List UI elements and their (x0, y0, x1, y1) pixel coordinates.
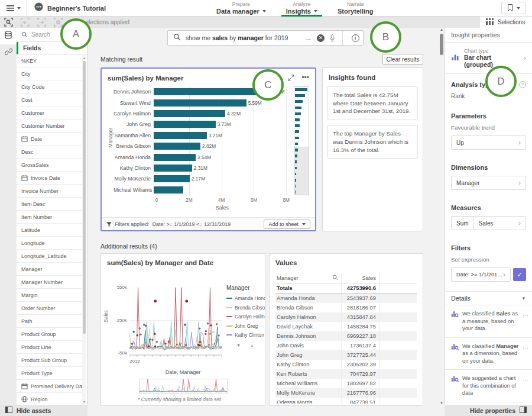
scroll-down-icon[interactable]: ▼ (82, 399, 86, 404)
table-row[interactable]: Kathy Clinton2305202.39 (275, 360, 417, 369)
step-back-button[interactable] (17, 17, 33, 28)
bar-row[interactable]: John Greg3.73M (113, 119, 288, 130)
field-item-product-group[interactable]: Product Group (17, 328, 83, 341)
insight-narrative-item[interactable]: The total Sales is 42.75M where Date bet… (327, 86, 418, 120)
manager-cell[interactable]: Carolyn Halmon (275, 312, 342, 322)
line-chart-card[interactable]: sum(Sales) by Manager and Date Sales 550… (100, 253, 265, 406)
manager-cell[interactable]: Brenda Gibson (275, 303, 342, 312)
hide-properties-button[interactable]: Hide properties (445, 405, 532, 416)
expand-icon[interactable] (288, 73, 294, 83)
table-row[interactable]: Brenda Gibson2818186.07 (275, 303, 417, 312)
manager-cell[interactable]: Dennis Johnson (275, 331, 342, 341)
field-item-desc[interactable]: Desc (17, 146, 83, 159)
chart-mini-navigator[interactable] (294, 86, 309, 195)
more-options-icon[interactable]: ••• (301, 76, 309, 80)
legend-item[interactable]: Amanda Honda (226, 295, 264, 301)
main-scrollbar[interactable]: ▲ ▼ (439, 28, 444, 405)
bar[interactable] (154, 88, 269, 95)
table-row[interactable]: David Laychak1458284.75 (275, 322, 417, 331)
field-item-customer-number[interactable]: Customer Number (17, 120, 83, 133)
more-options-icon[interactable]: … (523, 310, 528, 318)
manager-column-header[interactable]: Manager (275, 273, 342, 283)
field-item-region[interactable]: Region (17, 393, 83, 405)
scroll-down-icon[interactable]: ▼ (439, 401, 444, 405)
search-input[interactable]: show me sales by manager for 2019 (186, 34, 300, 41)
table-row[interactable]: John Greg3727725.44 (275, 350, 417, 360)
field-item-product-line[interactable]: Product Line (17, 341, 83, 354)
field-item-manager[interactable]: Manager (17, 263, 83, 276)
bar[interactable] (154, 132, 207, 139)
table-row[interactable]: Odessa Morris847738.51 (275, 398, 417, 404)
line-chart-mini-navigator[interactable] (139, 379, 228, 394)
bookmark-button[interactable] (501, 2, 526, 14)
filter-select[interactable]: Date: >= 1/1/2019 <= 12/31... › (451, 267, 511, 282)
nav-tab-insights[interactable]: AnalyzeInsights (284, 0, 320, 17)
bar[interactable] (154, 143, 200, 150)
clear-query-button[interactable]: ✕ (317, 34, 325, 42)
bar-row[interactable]: Kathy Clinton2.31M (113, 163, 288, 173)
selections-panel-toggle[interactable]: Selections (480, 17, 532, 28)
smart-search-button[interactable] (0, 17, 17, 28)
more-options-icon[interactable]: … (523, 343, 528, 351)
scroll-up-icon[interactable]: ▲ (250, 343, 254, 347)
manager-cell[interactable]: David Laychak (275, 322, 342, 331)
bar[interactable] (154, 110, 225, 117)
details-header[interactable]: Details ▼ (445, 291, 532, 305)
legend-item[interactable]: Carolyn Halmon (226, 314, 264, 320)
table-row[interactable]: Molly McKenzie2167776.96 (275, 388, 417, 398)
manager-cell[interactable]: Micheal Williams (275, 379, 342, 388)
manager-cell[interactable]: Amanda Honda (275, 294, 342, 303)
microphone-icon[interactable] (329, 34, 335, 42)
manager-cell[interactable]: Odessa Morris (275, 398, 342, 404)
hide-assets-button[interactable]: Hide assets (0, 405, 87, 416)
values-table-card[interactable]: Values Manager Sales Totals 42753990.6 A… (269, 253, 423, 406)
manager-cell[interactable]: Ken Roberts (275, 369, 342, 379)
field-item-manager-number[interactable]: Manager Number (17, 276, 83, 289)
scrollbar-thumb[interactable] (83, 61, 86, 334)
scroll-down-icon[interactable]: ▼ (236, 343, 241, 347)
manager-cell[interactable]: John Greg (275, 350, 342, 360)
field-item--key[interactable]: %KEY (17, 54, 83, 67)
manager-cell[interactable]: John Davis (275, 341, 342, 350)
fields-rail-button[interactable] (0, 28, 17, 44)
table-row[interactable]: Micheal Williams1802697.82 (275, 379, 417, 388)
apply-filter-button[interactable]: ✓ (513, 268, 526, 281)
bar-row[interactable]: Amanda Honda2.54M (113, 151, 288, 162)
sales-column-header[interactable]: Sales (342, 273, 380, 283)
bar[interactable] (154, 99, 246, 107)
scroll-up-icon[interactable]: ▲ (439, 28, 444, 31)
manager-cell[interactable]: Molly McKenzie (275, 388, 342, 398)
field-item-longitude[interactable]: Longitude (17, 237, 83, 250)
bar-row[interactable]: Micheal Williams (113, 185, 288, 195)
field-item-longitude-latitude[interactable]: Longitude_Latitude (17, 250, 83, 263)
nav-tab-data-manager[interactable]: PrepareData manager (214, 0, 268, 17)
field-item-invoice-number[interactable]: Invoice Number (17, 185, 83, 198)
bar[interactable] (154, 121, 216, 128)
bar-row[interactable]: Brenda Gibson2.82M (113, 141, 288, 151)
legend-item[interactable]: John Greg (226, 323, 264, 329)
help-icon[interactable]: ? (519, 81, 526, 88)
legend-item[interactable]: Kathy Clinton (226, 332, 264, 338)
table-row[interactable]: Ken Roberts704729.97 (275, 369, 417, 379)
manager-cell[interactable]: Kathy Clinton (275, 360, 342, 369)
favourable-trend-select[interactable]: Up › (451, 136, 526, 150)
field-item-promised-delivery-date[interactable]: Promised Delivery Date (17, 380, 83, 393)
bar[interactable] (154, 175, 190, 182)
field-item-customer[interactable]: Customer (17, 107, 83, 120)
dimension-select[interactable]: Manager › (451, 176, 526, 190)
submit-arrow-icon[interactable]: → (304, 34, 312, 42)
field-item-item-desc[interactable]: Item Desc (17, 198, 83, 211)
scrollbar-thumb[interactable] (440, 34, 443, 55)
master-items-rail-button[interactable] (0, 44, 17, 61)
field-item-date[interactable]: Date (17, 133, 83, 146)
bar-row[interactable]: Carolyn Halmon4.32M (113, 108, 288, 119)
bar[interactable] (154, 186, 183, 194)
fields-scrollbar[interactable]: ▲ ▼ (82, 55, 86, 405)
field-item-order-number[interactable]: Order Number (17, 302, 83, 315)
insight-narrative-item[interactable]: The top Manager by Sales was Dennis John… (327, 125, 418, 159)
global-menu-button[interactable] (0, 0, 27, 16)
scroll-up-icon[interactable]: ▲ (82, 56, 86, 60)
bar[interactable] (154, 165, 192, 172)
search-icon[interactable] (332, 275, 338, 282)
bar-row[interactable]: Samantha Allen3.21M (113, 130, 288, 141)
